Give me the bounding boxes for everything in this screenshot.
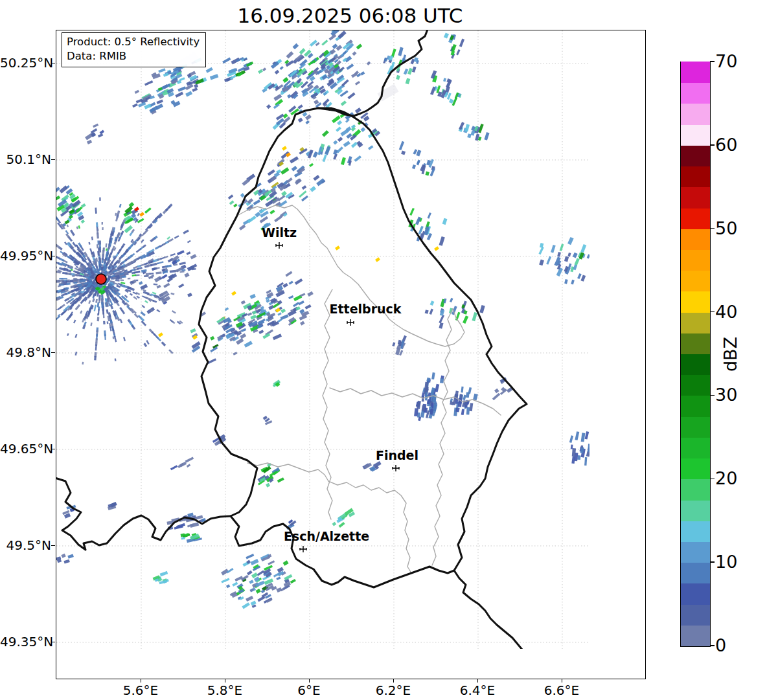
- colorbar-segment: [681, 375, 710, 396]
- radar-echo-cluster: [430, 70, 462, 106]
- colorbar-segment: [681, 354, 710, 375]
- map-layers: WiltzEttelbruckFindelEsch/Alzette: [56, 30, 645, 679]
- colorbar-segment: [681, 83, 710, 104]
- radar-echo-cluster: [166, 513, 206, 530]
- x-tick-mark: [309, 679, 310, 683]
- y-tick-mark: [51, 256, 55, 256]
- radar-echo-cluster: [392, 335, 407, 356]
- colorbar-segment: [681, 271, 710, 292]
- colorbar-tick-mark: [710, 479, 715, 479]
- city-name: Esch/Alzette: [284, 529, 369, 543]
- radar-echo-cluster: [62, 505, 76, 519]
- colorbar-tick-label: 0: [715, 636, 726, 655]
- radar-echo-cluster: [190, 271, 313, 364]
- colorbar-segment: [681, 458, 710, 479]
- colorbar-segment: [681, 437, 710, 458]
- x-tick-mark: [393, 679, 394, 683]
- france-germany-border: [454, 570, 562, 679]
- radar-echo-cluster: [362, 461, 381, 472]
- colorbar-segment: [681, 104, 710, 125]
- radar-echo-cluster: [153, 571, 169, 584]
- x-tick-mark: [225, 679, 225, 683]
- colorbar-segment: [681, 479, 710, 501]
- city-labels: WiltzEttelbruckFindelEsch/Alzette: [262, 225, 418, 552]
- radar-echo-cluster: [459, 122, 490, 141]
- colorbar-segment: [681, 541, 710, 563]
- x-tick-mark: [477, 679, 478, 683]
- y-tick-mark: [51, 545, 55, 546]
- colorbar-segment: [681, 145, 710, 166]
- city-marker: [300, 546, 306, 552]
- radar-echo-cluster: [56, 554, 74, 564]
- radar-echo-cluster: [108, 502, 117, 510]
- city-name: Wiltz: [262, 225, 297, 240]
- x-tick-label: 6.4°E: [439, 683, 516, 698]
- colorbar-tick-mark: [710, 311, 715, 312]
- country-borders: [56, 30, 562, 679]
- radar-echo-cluster: [408, 208, 447, 246]
- radar-echo-cluster: [492, 377, 513, 400]
- colorbar-segment: [681, 291, 710, 313]
- radar-echo-cluster: [170, 457, 194, 470]
- radar-echo-cluster: [444, 32, 464, 58]
- colorbar-segment: [681, 521, 710, 542]
- graticule: [56, 30, 645, 679]
- colorbar-tick-mark: [710, 61, 715, 62]
- belgium-france-border: [56, 478, 231, 550]
- colorbar: [680, 62, 711, 647]
- radar-site-marker: [96, 274, 106, 284]
- colorbar-segment: [681, 249, 710, 271]
- radar-figure: 16.09.2025 06:08 UTC WiltzEttelbruckFind…: [0, 0, 767, 700]
- colorbar-tick-label: 60: [715, 135, 737, 155]
- colorbar-segment: [681, 333, 710, 354]
- colorbar-segment: [681, 187, 710, 209]
- x-tick-label: 5.6°E: [102, 683, 179, 698]
- radar-echo-cluster: [221, 554, 296, 609]
- colorbar-segment: [681, 396, 710, 417]
- radar-echo-cluster: [383, 47, 418, 85]
- y-tick-label: 49.5°N: [0, 537, 51, 553]
- city-name: Ettelbruck: [330, 302, 402, 316]
- colorbar-tick-mark: [710, 561, 715, 562]
- map-plot-area: WiltzEttelbruckFindelEsch/Alzette: [56, 30, 646, 679]
- colorbar-tick-label: 70: [715, 52, 737, 71]
- radar-echo-cluster: [181, 533, 202, 543]
- colorbar-tick-label: 50: [715, 219, 737, 238]
- colorbar-tick-label: 40: [715, 302, 737, 322]
- y-tick-label: 50.25°N: [0, 55, 51, 71]
- colorbar-segment: [681, 625, 710, 646]
- colorbar-segment: [681, 500, 710, 521]
- colorbar-segment: [681, 166, 710, 187]
- radar-echo-cluster: [399, 141, 435, 177]
- y-tick-label: 49.65°N: [0, 441, 51, 457]
- colorbar-segment: [681, 563, 710, 584]
- radar-map-canvas: WiltzEttelbruckFindelEsch/Alzette: [56, 30, 645, 679]
- colorbar-segment: [681, 62, 710, 83]
- colorbar-segment: [681, 604, 710, 626]
- x-tick-label: 5.8°E: [186, 683, 264, 698]
- product-info-box: Product: 0.5° Reflectivity Data: RMIB: [62, 32, 206, 67]
- colorbar-tick-mark: [710, 645, 715, 646]
- radar-echo-cluster: [273, 379, 280, 387]
- y-tick-mark: [51, 63, 55, 63]
- radar-echo-cluster: [228, 147, 326, 231]
- y-tick-mark: [51, 642, 55, 642]
- x-tick-mark: [141, 679, 141, 683]
- y-tick-label: 49.95°N: [0, 248, 51, 264]
- radar-echo-cluster: [538, 237, 608, 284]
- y-tick-label: 49.35°N: [0, 634, 51, 649]
- colorbar-tick-label: 20: [715, 469, 737, 488]
- city-marker: [276, 242, 282, 249]
- x-tick-mark: [562, 679, 562, 683]
- radar-echo-cluster: [263, 416, 273, 425]
- radar-echo-cluster: [85, 124, 104, 144]
- x-tick-label: 6.6°E: [523, 683, 601, 698]
- y-tick-mark: [51, 352, 55, 353]
- figure-title: 16.09.2025 06:08 UTC: [56, 4, 645, 27]
- radar-echo-cluster: [332, 508, 356, 528]
- x-tick-label: 6°E: [270, 683, 348, 698]
- city-name: Findel: [376, 448, 418, 462]
- colorbar-segment: [681, 583, 710, 605]
- y-tick-mark: [51, 159, 55, 160]
- data-source-line: Data: RMIB: [67, 49, 200, 63]
